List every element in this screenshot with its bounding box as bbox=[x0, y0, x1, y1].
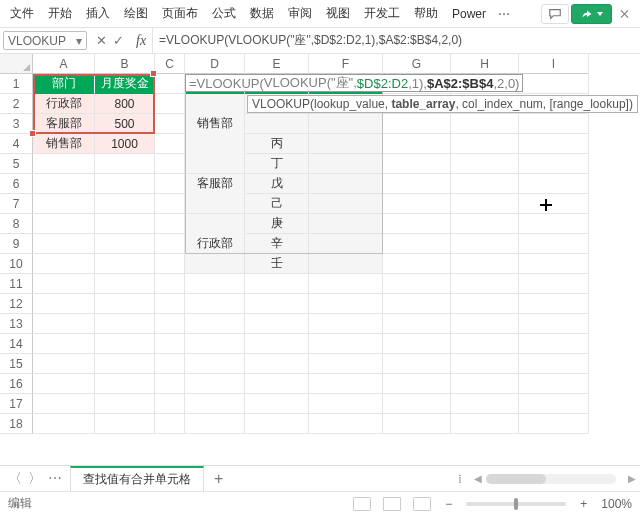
cell-G7[interactable] bbox=[383, 194, 451, 214]
rowhdr-5[interactable]: 5 bbox=[0, 154, 33, 174]
cell-D8[interactable] bbox=[185, 214, 245, 234]
cell-E5[interactable]: 丁 bbox=[245, 154, 309, 174]
cell-I14[interactable] bbox=[519, 334, 589, 354]
menu-help[interactable]: 帮助 bbox=[408, 1, 444, 26]
cancel-formula-icon[interactable]: ✕ bbox=[96, 31, 107, 51]
cell-editor[interactable]: =VLOOKUP(VLOOKUP("座",$D$2:D2,1),$A$2:$B$… bbox=[185, 74, 523, 92]
cell-D7[interactable] bbox=[185, 194, 245, 214]
cell-H8[interactable] bbox=[451, 214, 519, 234]
cell-G9[interactable] bbox=[383, 234, 451, 254]
cell-C17[interactable] bbox=[155, 394, 185, 414]
cell-D16[interactable] bbox=[185, 374, 245, 394]
cell-I15[interactable] bbox=[519, 354, 589, 374]
colhdr-F[interactable]: F bbox=[309, 54, 383, 74]
cell-A10[interactable] bbox=[33, 254, 95, 274]
cell-D10[interactable] bbox=[185, 254, 245, 274]
zoom-out[interactable]: − bbox=[441, 497, 456, 511]
cell-G5[interactable] bbox=[383, 154, 451, 174]
cell-C1[interactable] bbox=[155, 74, 185, 94]
rowhdr-4[interactable]: 4 bbox=[0, 134, 33, 154]
cell-C11[interactable] bbox=[155, 274, 185, 294]
cell-G4[interactable] bbox=[383, 134, 451, 154]
comments-button[interactable] bbox=[541, 4, 569, 24]
cell-H16[interactable] bbox=[451, 374, 519, 394]
colhdr-D[interactable]: D bbox=[185, 54, 245, 74]
cell-B4[interactable]: 1000 bbox=[95, 134, 155, 154]
cell-F18[interactable] bbox=[309, 414, 383, 434]
rowhdr-16[interactable]: 16 bbox=[0, 374, 33, 394]
cell-A14[interactable] bbox=[33, 334, 95, 354]
rowhdr-15[interactable]: 15 bbox=[0, 354, 33, 374]
cell-G11[interactable] bbox=[383, 274, 451, 294]
cell-B1[interactable]: 月度奖金 bbox=[95, 74, 155, 94]
cell-H11[interactable] bbox=[451, 274, 519, 294]
add-sheet-button[interactable]: + bbox=[204, 470, 233, 488]
cell-H14[interactable] bbox=[451, 334, 519, 354]
cell-A7[interactable] bbox=[33, 194, 95, 214]
rowhdr-6[interactable]: 6 bbox=[0, 174, 33, 194]
colhdr-B[interactable]: B bbox=[95, 54, 155, 74]
cell-H17[interactable] bbox=[451, 394, 519, 414]
cell-F7[interactable] bbox=[309, 194, 383, 214]
cell-A4[interactable]: 销售部 bbox=[33, 134, 95, 154]
cell-G16[interactable] bbox=[383, 374, 451, 394]
view-normal[interactable] bbox=[353, 497, 371, 511]
cell-I12[interactable] bbox=[519, 294, 589, 314]
cell-E13[interactable] bbox=[245, 314, 309, 334]
cell-C15[interactable] bbox=[155, 354, 185, 374]
cell-F17[interactable] bbox=[309, 394, 383, 414]
tab-next[interactable]: 〉 bbox=[28, 470, 42, 488]
rowhdr-10[interactable]: 10 bbox=[0, 254, 33, 274]
cell-H5[interactable] bbox=[451, 154, 519, 174]
colhdr-I[interactable]: I bbox=[519, 54, 589, 74]
cell-F5[interactable] bbox=[309, 154, 383, 174]
cell-I6[interactable] bbox=[519, 174, 589, 194]
cell-C10[interactable] bbox=[155, 254, 185, 274]
cell-B10[interactable] bbox=[95, 254, 155, 274]
selection-handle-bl[interactable] bbox=[29, 130, 36, 137]
cell-I16[interactable] bbox=[519, 374, 589, 394]
menu-layout[interactable]: 页面布 bbox=[156, 1, 204, 26]
cell-E18[interactable] bbox=[245, 414, 309, 434]
cell-A11[interactable] bbox=[33, 274, 95, 294]
cell-H7[interactable] bbox=[451, 194, 519, 214]
cell-B17[interactable] bbox=[95, 394, 155, 414]
cell-A18[interactable] bbox=[33, 414, 95, 434]
cell-I4[interactable] bbox=[519, 134, 589, 154]
cell-E16[interactable] bbox=[245, 374, 309, 394]
cell-I10[interactable] bbox=[519, 254, 589, 274]
cell-F13[interactable] bbox=[309, 314, 383, 334]
zoom-slider[interactable] bbox=[466, 502, 566, 506]
menu-home[interactable]: 开始 bbox=[42, 1, 78, 26]
accept-formula-icon[interactable]: ✓ bbox=[113, 31, 124, 51]
cell-H10[interactable] bbox=[451, 254, 519, 274]
cell-C14[interactable] bbox=[155, 334, 185, 354]
rowhdr-9[interactable]: 9 bbox=[0, 234, 33, 254]
cell-C18[interactable] bbox=[155, 414, 185, 434]
cell-E4[interactable]: 丙 bbox=[245, 134, 309, 154]
cell-F8[interactable] bbox=[309, 214, 383, 234]
cell-A9[interactable] bbox=[33, 234, 95, 254]
fx-label[interactable]: fx bbox=[130, 28, 152, 53]
rowhdr-18[interactable]: 18 bbox=[0, 414, 33, 434]
menu-overflow[interactable]: ⋯ bbox=[494, 7, 514, 21]
zoom-thumb[interactable] bbox=[514, 498, 518, 510]
cell-A5[interactable] bbox=[33, 154, 95, 174]
tab-prev[interactable]: 〈 bbox=[8, 470, 22, 488]
cell-E11[interactable] bbox=[245, 274, 309, 294]
cell-B15[interactable] bbox=[95, 354, 155, 374]
cell-F3[interactable] bbox=[309, 114, 383, 134]
tabstrip-options[interactable]: ⁞ bbox=[450, 472, 470, 486]
cell-F12[interactable] bbox=[309, 294, 383, 314]
cell-F16[interactable] bbox=[309, 374, 383, 394]
cell-H9[interactable] bbox=[451, 234, 519, 254]
cell-B6[interactable] bbox=[95, 174, 155, 194]
cell-B14[interactable] bbox=[95, 334, 155, 354]
cell-A15[interactable] bbox=[33, 354, 95, 374]
cell-E7[interactable]: 己 bbox=[245, 194, 309, 214]
cells-region[interactable]: 部门月度奖金部门姓名月度奖金行政部800客服部500销售部销售部1000丙丁客服… bbox=[33, 74, 640, 434]
cell-A12[interactable] bbox=[33, 294, 95, 314]
menu-draw[interactable]: 绘图 bbox=[118, 1, 154, 26]
cell-F6[interactable] bbox=[309, 174, 383, 194]
colhdr-A[interactable]: A bbox=[33, 54, 95, 74]
